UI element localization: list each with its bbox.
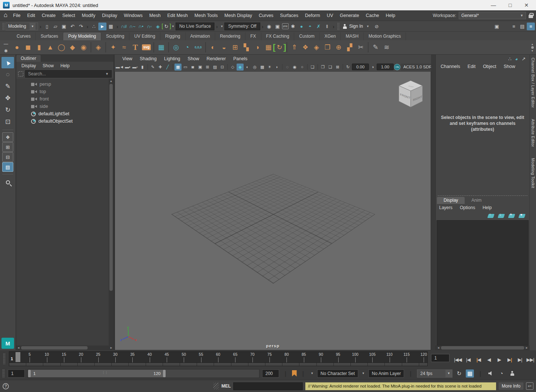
move-layer-down-icon[interactable]: ↓	[498, 214, 505, 218]
hierarchy-select-icon[interactable]: ∴	[90, 23, 98, 30]
move-tool-icon[interactable]: ✥	[1, 92, 14, 104]
modeling-toolkit-shelf-icon[interactable]: ▦	[156, 42, 166, 53]
duplicate-face-icon[interactable]: ❐	[322, 42, 333, 53]
scroll-up-icon[interactable]: ▲	[531, 43, 534, 45]
open-scene-icon[interactable]: ▱	[51, 23, 60, 30]
tab-channel-box-layer-editor[interactable]: Channel Box / Layer Editor	[531, 58, 535, 108]
grid-toggle-icon[interactable]: ▦	[174, 64, 182, 71]
show-manipulator-icon[interactable]: ◎	[171, 42, 181, 53]
collapse-shelf-icon[interactable]: —	[4, 41, 8, 47]
layout-outliner-persp-icon[interactable]: ▤	[2, 162, 13, 172]
fps-select[interactable]: 24 fps ▼	[417, 369, 452, 378]
mute-audio-icon[interactable]	[487, 369, 495, 378]
type-tool-icon[interactable]: T	[130, 42, 140, 53]
camera-attributes-icon[interactable]: ▬▫	[132, 64, 139, 71]
menu-item[interactable]: Generate	[336, 10, 362, 21]
menu-item[interactable]: Mesh Tools	[191, 10, 221, 21]
snap-view-plane-icon[interactable]: ◈	[154, 23, 162, 30]
zero-origin-icon[interactable]: 0,0,0	[193, 42, 203, 53]
scale-tool-icon[interactable]: ⊡	[1, 116, 14, 127]
safe-action-icon[interactable]: ▨	[211, 64, 218, 71]
outliner-item-top[interactable]: top	[16, 88, 109, 95]
outliner-item-defaultLightSet[interactable]: defaultLightSet	[16, 110, 109, 117]
close-button[interactable]: ✕	[524, 2, 529, 8]
range-slider[interactable]: 1 120 ⋮⋮	[27, 369, 259, 378]
svg-tool-icon[interactable]: svg	[141, 42, 152, 53]
camera-lock-icon[interactable]: ▬▪	[124, 64, 131, 71]
poly-disc-icon[interactable]: ◉	[78, 42, 89, 53]
animation-end-field[interactable]: 200	[262, 369, 279, 378]
more-info-button[interactable]: More Info	[499, 382, 523, 390]
step-forward-key-button[interactable]: ▶ |	[505, 355, 515, 365]
remesh-icon[interactable]: ◒	[219, 42, 229, 53]
viewport-menu-item[interactable]: View	[119, 56, 136, 61]
boolean-icon[interactable]: ◐	[208, 42, 218, 53]
snap-point-icon[interactable]: ∩•	[137, 23, 145, 30]
undo-icon[interactable]: ↶	[68, 23, 77, 30]
menu-item[interactable]: Help	[383, 10, 399, 21]
menu-item[interactable]: Edit Mesh	[164, 10, 191, 21]
menu-item[interactable]: Surfaces	[277, 10, 302, 21]
make-live-icon[interactable]: ↻	[162, 23, 170, 30]
go-to-start-button[interactable]: |◀ ◀	[453, 355, 463, 365]
viewport-menu-item[interactable]: Show	[184, 56, 203, 61]
character-set-select[interactable]: No Character Set	[317, 369, 358, 378]
object-select-icon[interactable]: ►	[98, 23, 106, 30]
quad-draw-icon[interactable]: ✎	[370, 42, 381, 53]
script-editor-icon[interactable]: ≡+	[526, 382, 533, 390]
scroll-thumb[interactable]	[441, 346, 524, 350]
channel-box-toggle-icon[interactable]: ≡	[510, 23, 518, 30]
layer-editor-menu-item[interactable]: Help	[479, 205, 495, 210]
loop-playback-icon[interactable]: ↻	[455, 369, 463, 378]
lock-workspace-icon[interactable]	[529, 15, 533, 18]
scroll-thumb[interactable]	[21, 346, 88, 350]
ipr-render-icon[interactable]: IPR	[282, 23, 289, 29]
component-select-icon[interactable]: ▦	[107, 23, 115, 30]
shelf-tab[interactable]: Motion Graphics	[364, 33, 406, 40]
snap-curve-icon[interactable]: ∩~	[128, 23, 136, 30]
home-icon[interactable]: ⌂	[4, 11, 7, 19]
render-view-icon[interactable]: ◉	[265, 23, 273, 30]
channel-stats-icon[interactable]: ∴	[508, 56, 511, 62]
shelf-tab[interactable]: Curves	[12, 33, 36, 40]
chevron-down-icon[interactable]: ▼	[311, 372, 313, 375]
use-default-material-icon[interactable]: ◎	[251, 64, 258, 71]
menu-item[interactable]: Modify	[78, 10, 99, 21]
maya-avatar[interactable]: M	[1, 338, 14, 349]
new-layer-from-selected-icon[interactable]: ●	[518, 214, 526, 218]
outliner-vertical-scrollbar[interactable]: ▲	[109, 79, 113, 345]
xray-icon[interactable]: ❐	[319, 64, 326, 71]
shelf-tab[interactable]: Poly Modeling	[63, 33, 101, 40]
poly-cone-icon[interactable]: ▲	[45, 42, 55, 53]
shelf-tab[interactable]: Rendering	[215, 33, 245, 40]
current-frame-marker[interactable]	[16, 352, 20, 362]
render-frame-icon[interactable]: ▣	[274, 23, 282, 30]
circularize-icon[interactable]: ⊕	[333, 42, 344, 53]
chevron-down-icon[interactable]: ▼	[172, 25, 174, 28]
panel-splitter[interactable]	[438, 195, 527, 196]
bridge-icon[interactable]: ◈	[311, 42, 322, 53]
isolate-select-icon[interactable]: ❏	[309, 64, 316, 71]
combine-icon[interactable]: ⊞	[230, 42, 240, 53]
symmetry-select[interactable]: Symmetry: Off	[224, 23, 260, 30]
shelf-tab[interactable]: UV Editing	[129, 33, 160, 40]
scroll-right-icon[interactable]: ►	[525, 346, 528, 350]
poly-plane-icon[interactable]: ◆	[67, 42, 78, 53]
separate-icon[interactable]: ▚	[241, 42, 251, 53]
section-divider[interactable]: ›	[86, 23, 88, 30]
poly-sphere-icon[interactable]: ●	[12, 42, 22, 53]
minimize-button[interactable]: —	[491, 2, 496, 8]
paint-select-tool-icon[interactable]: ✎	[1, 81, 14, 92]
outliner-menu-item[interactable]: Display	[18, 63, 39, 68]
viewport-menu-item[interactable]: Shading	[136, 56, 160, 61]
wireframe-on-shaded-icon[interactable]: ▩	[259, 64, 266, 71]
motion-blur-icon[interactable]: ◉	[291, 64, 298, 71]
shelf-tab[interactable]: FX Caching	[261, 33, 295, 40]
outliner-search-input[interactable]: Search... ▼	[25, 70, 112, 78]
shelf-tab[interactable]: Surfaces	[36, 33, 63, 40]
multisample-icon[interactable]: ○	[299, 64, 306, 71]
poly-cube-icon[interactable]: ◼	[23, 42, 33, 53]
color-managed-toggle[interactable]: ON	[394, 64, 400, 70]
extrude-icon[interactable]: ⇑	[289, 42, 299, 53]
lights-icon[interactable]: ☀	[266, 64, 273, 71]
